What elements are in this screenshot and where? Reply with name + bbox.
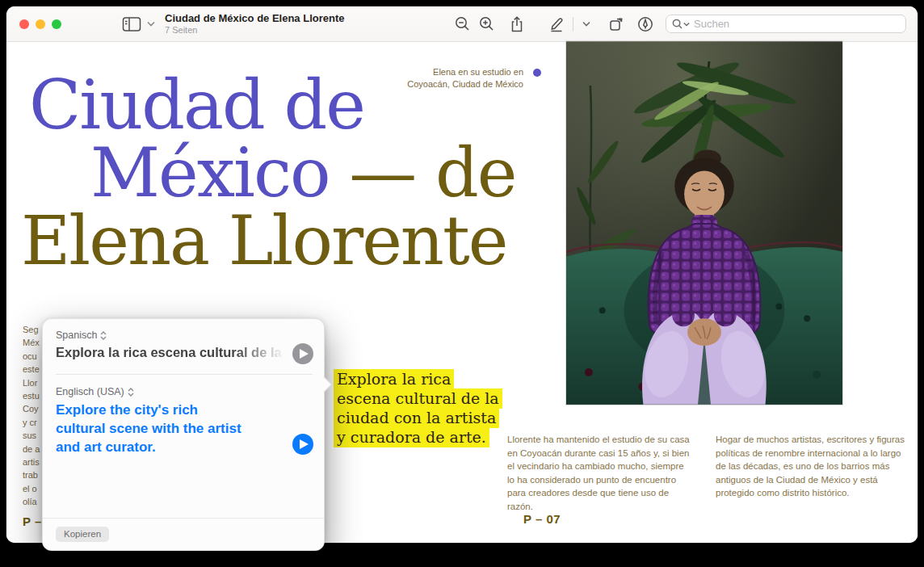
zoom-out-button[interactable] [450,12,474,36]
body-column-right: Hogar de muchos artistas, escritores y f… [716,433,909,500]
document-title: Ciudad de México de Elena Llorente [165,13,345,25]
photo-elena-studio [565,40,843,405]
translation-popover: Spanisch Explora la rica escena cultural… [42,318,325,551]
language-updown-icon [100,331,107,340]
headline-line-3: Elena Llorente [21,207,506,275]
markup-dropdown-button[interactable] [578,12,594,36]
language-updown-icon [128,388,134,397]
search-scope-chevron-icon [683,22,690,27]
highlighted-selection[interactable]: Explora la rica escena cultural de la ci… [334,369,502,447]
markup-pen-button[interactable] [544,12,568,36]
body-column-middle: Llorente ha mantenido el estudio de su c… [507,433,693,513]
search-field[interactable] [666,15,906,33]
popover-divider [56,374,313,375]
play-source-button[interactable] [292,343,313,364]
source-text: Explora la rica escena cultural de la [56,345,292,360]
desktop: Ciudad de México de Elena Llorente 7 Sei… [0,0,924,567]
search-icon [672,19,683,30]
minimize-button[interactable] [36,19,45,29]
titlebar: Ciudad de México de Elena Llorente 7 Sei… [6,6,918,42]
show-markup-toolbar-button[interactable] [633,12,657,36]
zoom-in-button[interactable] [474,12,498,36]
copy-button[interactable]: Kopieren [56,527,109,542]
page-number-right: P – 07 [523,512,561,526]
close-button[interactable] [19,19,29,29]
source-language-selector[interactable]: Spanisch [56,330,107,341]
toolbar-divider [573,17,573,32]
rotate-button[interactable] [604,12,628,36]
window-title-block: Ciudad de México de Elena Llorente 7 Sei… [165,13,345,36]
search-input[interactable] [690,18,905,30]
play-translation-button[interactable] [292,434,313,455]
sidebar-chevron-icon[interactable] [145,12,157,36]
left-text-column: Seg Méx ocu este Llor estu Coy y cr sus … [23,323,40,509]
target-language-selector[interactable]: Englisch (USA) [56,386,134,397]
page-count: 7 Seiten [165,25,345,36]
traffic-lights [6,19,73,29]
page-number-left: P – [23,514,42,528]
caption-dot [533,69,541,77]
translated-text: Explore the city's rich cultural scene w… [56,401,284,456]
share-button[interactable] [505,12,529,36]
headline-line-2: México — de [90,139,515,207]
headline-line-1: Ciudad de [29,71,364,139]
zoom-window-button[interactable] [52,19,61,29]
popover-footer: Kopieren [43,518,324,550]
sidebar-toggle-button[interactable] [120,12,144,36]
